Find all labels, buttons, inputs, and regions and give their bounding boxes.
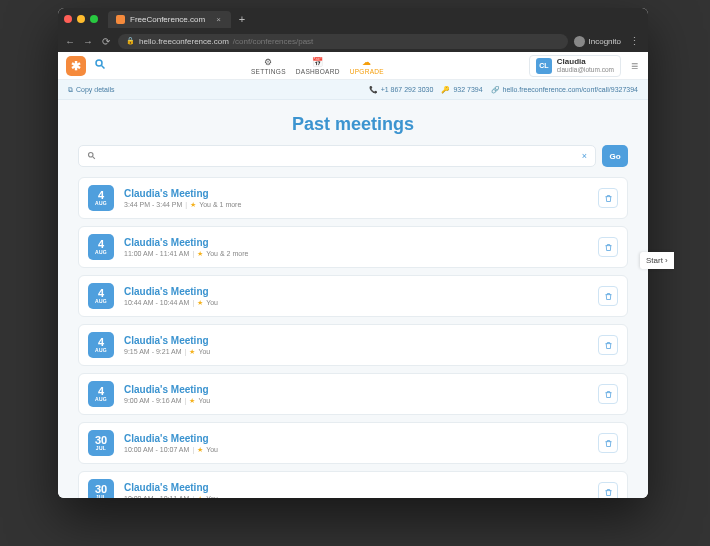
meeting-time: 10:00 AM - 10:11 AM [124, 495, 189, 498]
meeting-card[interactable]: 4AUGClaudia's Meeting9:00 AM - 9:16 AM|★… [78, 373, 628, 415]
date-badge: 4AUG [88, 185, 114, 211]
gear-icon: ⚙ [264, 57, 272, 67]
browser-menu-icon[interactable]: ⋮ [627, 35, 642, 48]
browser-tab[interactable]: FreeConference.com × [108, 11, 231, 28]
meeting-title: Claudia's Meeting [124, 286, 588, 297]
meeting-participants: You & 2 more [206, 250, 248, 257]
date-badge: 30JUL [88, 479, 114, 498]
window-controls[interactable] [64, 15, 98, 23]
copy-label: Copy details [76, 86, 115, 93]
meeting-card[interactable]: 4AUGClaudia's Meeting3:44 PM - 3:44 PM|★… [78, 177, 628, 219]
nav-settings-label: SETTINGS [251, 68, 286, 75]
search-icon [87, 151, 96, 162]
app-logo-icon[interactable]: ✱ [66, 56, 86, 76]
nav-settings[interactable]: ⚙ SETTINGS [251, 57, 286, 75]
meeting-time: 11:00 AM - 11:41 AM [124, 250, 189, 257]
calendar-icon: 📅 [312, 57, 323, 67]
clear-search-icon[interactable]: × [582, 151, 587, 161]
star-icon: ★ [197, 250, 203, 258]
delete-meeting-button[interactable] [598, 384, 618, 404]
new-tab-button[interactable]: + [239, 13, 245, 25]
date-badge: 30JUL [88, 430, 114, 456]
url-field[interactable]: 🔒 hello.freeconference.com/conf/conferen… [118, 34, 568, 49]
dial-in-phone[interactable]: 📞 +1 867 292 3030 [369, 86, 434, 94]
svg-line-1 [102, 66, 105, 69]
date-badge: 4AUG [88, 283, 114, 309]
incognito-badge[interactable]: Incognito [574, 36, 621, 47]
meeting-card[interactable]: 30JULClaudia's Meeting10:00 AM - 10:07 A… [78, 422, 628, 464]
conference-link-text: hello.freeconference.com/conf/call/93273… [503, 86, 638, 93]
link-icon: 🔗 [491, 86, 500, 94]
meeting-title: Claudia's Meeting [124, 482, 588, 493]
browser-tabbar: FreeConference.com × + [58, 8, 648, 30]
meeting-card[interactable]: 30JULClaudia's Meeting10:00 AM - 10:11 A… [78, 471, 628, 498]
delete-meeting-button[interactable] [598, 237, 618, 257]
svg-line-3 [93, 156, 95, 158]
favicon-icon [116, 15, 125, 24]
key-icon: 🔑 [441, 86, 450, 94]
meeting-info: Claudia's Meeting9:15 AM - 9:21 AM|★You [124, 335, 588, 356]
meeting-search-box[interactable]: × [78, 145, 596, 167]
go-button[interactable]: Go [602, 145, 628, 167]
delete-meeting-button[interactable] [598, 335, 618, 355]
nav-upgrade[interactable]: ☁ UPGRADE [350, 57, 384, 75]
conference-infobar: ⧉ Copy details 📞 +1 867 292 3030 🔑 932 7… [58, 80, 648, 100]
nav-dashboard[interactable]: 📅 DASHBOARD [296, 57, 340, 75]
meeting-participants: You [206, 446, 218, 453]
meeting-card[interactable]: 4AUGClaudia's Meeting9:15 AM - 9:21 AM|★… [78, 324, 628, 366]
close-window-icon[interactable] [64, 15, 72, 23]
meeting-meta: 9:00 AM - 9:16 AM|★You [124, 397, 588, 405]
chevron-right-icon: › [665, 256, 668, 265]
meeting-title: Claudia's Meeting [124, 433, 588, 444]
copy-details-button[interactable]: ⧉ Copy details [68, 86, 115, 94]
delete-meeting-button[interactable] [598, 482, 618, 498]
start-tab[interactable]: Start › [640, 252, 674, 269]
meeting-time: 9:00 AM - 9:16 AM [124, 397, 182, 404]
url-host: hello.freeconference.com [139, 37, 229, 46]
nav-dashboard-label: DASHBOARD [296, 68, 340, 75]
meeting-title: Claudia's Meeting [124, 335, 588, 346]
access-code[interactable]: 🔑 932 7394 [441, 86, 482, 94]
reload-icon[interactable]: ⟳ [100, 35, 112, 47]
meeting-participants: You [206, 299, 218, 306]
forward-icon[interactable]: → [82, 35, 94, 47]
meeting-title: Claudia's Meeting [124, 188, 588, 199]
delete-meeting-button[interactable] [598, 188, 618, 208]
url-path: /conf/conferences/past [233, 37, 314, 46]
maximize-window-icon[interactable] [90, 15, 98, 23]
meeting-meta: 11:00 AM - 11:41 AM|★You & 2 more [124, 250, 588, 258]
meeting-participants: You [206, 495, 218, 498]
meeting-participants: You & 1 more [199, 201, 241, 208]
browser-addressbar: ← → ⟳ 🔒 hello.freeconference.com/conf/co… [58, 30, 648, 52]
meeting-time: 3:44 PM - 3:44 PM [124, 201, 182, 208]
meeting-card[interactable]: 4AUGClaudia's Meeting11:00 AM - 11:41 AM… [78, 226, 628, 268]
meeting-participants: You [198, 397, 210, 404]
hamburger-icon[interactable]: ≡ [629, 59, 640, 73]
meeting-participants: You [198, 348, 210, 355]
tab-title: FreeConference.com [130, 15, 205, 24]
header-search-icon[interactable] [94, 58, 106, 73]
close-tab-icon[interactable]: × [216, 15, 221, 24]
start-label: Start [646, 256, 663, 265]
search-input[interactable] [102, 152, 582, 161]
meeting-info: Claudia's Meeting3:44 PM - 3:44 PM|★You … [124, 188, 588, 209]
copy-icon: ⧉ [68, 86, 73, 94]
meeting-title: Claudia's Meeting [124, 384, 588, 395]
meeting-search-row: × Go [78, 145, 628, 167]
meeting-card[interactable]: 4AUGClaudia's Meeting10:44 AM - 10:44 AM… [78, 275, 628, 317]
delete-meeting-button[interactable] [598, 286, 618, 306]
back-icon[interactable]: ← [64, 35, 76, 47]
conference-link[interactable]: 🔗 hello.freeconference.com/conf/call/932… [491, 86, 638, 94]
delete-meeting-button[interactable] [598, 433, 618, 453]
star-icon: ★ [197, 299, 203, 307]
date-month: JUL [96, 446, 106, 451]
date-badge: 4AUG [88, 234, 114, 260]
meeting-title: Claudia's Meeting [124, 237, 588, 248]
app-header: ✱ ⚙ SETTINGS 📅 DASHBOARD ☁ UPGRADE CL Cl… [58, 52, 648, 80]
browser-window: FreeConference.com × + ← → ⟳ 🔒 hello.fre… [58, 8, 648, 498]
user-chip[interactable]: CL Claudia claudia@iotum.com [529, 55, 621, 77]
meeting-meta: 10:00 AM - 10:07 AM|★You [124, 446, 588, 454]
incognito-icon [574, 36, 585, 47]
meeting-list: 4AUGClaudia's Meeting3:44 PM - 3:44 PM|★… [78, 177, 628, 498]
minimize-window-icon[interactable] [77, 15, 85, 23]
